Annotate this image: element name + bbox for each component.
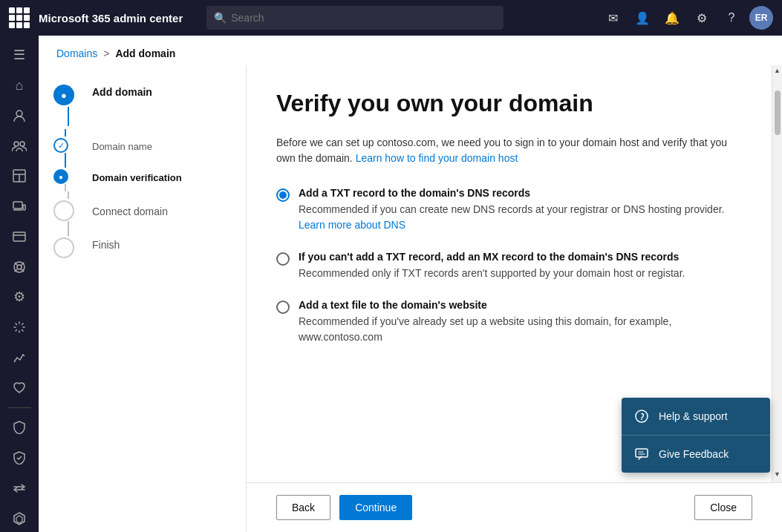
back-button[interactable]: Back: [276, 495, 330, 520]
option-textfile-title: Add a text file to the domain's website: [299, 299, 742, 311]
scroll-thumb[interactable]: [775, 91, 781, 135]
step-circle-domain-verification: ●: [53, 169, 68, 184]
step-label-domain-name: Domain name: [92, 138, 152, 152]
main-layout: ☰ ⌂ ⚙: [0, 36, 782, 532]
radio-text-file[interactable]: [276, 301, 290, 314]
scrollbar[interactable]: ▲ ▼: [772, 65, 782, 482]
sidebar-icon-exchange[interactable]: [4, 474, 34, 502]
contact-icon-btn[interactable]: 👤: [631, 6, 654, 30]
radio-mx-record[interactable]: [276, 252, 290, 266]
sidebar-icon-security[interactable]: [4, 414, 34, 441]
svg-point-0: [16, 111, 22, 116]
footer-buttons: Back Continue Close: [247, 482, 782, 532]
option-txt-title: Add a TXT record to the domain's DNS rec…: [299, 187, 742, 199]
step-circle-connect-domain: [53, 200, 74, 221]
continue-button[interactable]: Continue: [339, 495, 412, 520]
svg-point-20: [641, 419, 642, 421]
sidebar-icon-groups[interactable]: [4, 132, 34, 160]
sidebar-icon-home[interactable]: ⌂: [4, 72, 34, 99]
option-mx-title: If you can't add a TXT record, add an MX…: [299, 251, 685, 263]
help-support-item[interactable]: Help & support: [622, 398, 770, 435]
sidebar-icon-support[interactable]: [4, 253, 34, 280]
learn-dns-link[interactable]: Learn more about DNS: [299, 219, 405, 231]
sidebar-icon-setup[interactable]: [4, 314, 34, 341]
step-label-connect-domain: Connect domain: [92, 203, 168, 217]
sidebar-divider-1: [7, 407, 31, 408]
page-heading: Verify you own your domain: [276, 89, 742, 117]
svg-marker-18: [16, 516, 22, 523]
breadcrumb: Domains > Add domain: [39, 36, 782, 65]
search-icon: 🔍: [214, 12, 227, 24]
sidebar-icon-compliance[interactable]: [4, 444, 34, 472]
app-title: Microsoft 365 admin center: [39, 12, 183, 24]
scroll-up-btn[interactable]: ▲: [772, 65, 783, 76]
gear-icon-btn[interactable]: ⚙: [690, 6, 714, 30]
help-feedback-popup: Help & support Give Feedback: [622, 398, 770, 473]
option-txt-desc: Recommended if you can create new DNS re…: [299, 202, 742, 233]
close-button[interactable]: Close: [694, 495, 752, 520]
sidebar-icon-settings[interactable]: ⚙: [4, 283, 34, 311]
svg-rect-9: [13, 232, 25, 241]
option-textfile-desc: Recommended if you've already set up a w…: [299, 314, 742, 345]
sidebar-icon-health[interactable]: [4, 374, 34, 401]
option-mx-desc: Recommended only if TXT records aren't s…: [299, 266, 685, 281]
help-icon-btn[interactable]: ?: [720, 6, 743, 30]
search-input[interactable]: [231, 12, 496, 24]
email-icon-btn[interactable]: ✉: [601, 6, 625, 30]
scroll-down-btn[interactable]: ▼: [772, 469, 783, 479]
find-domain-host-link[interactable]: Learn how to find your domain host: [356, 152, 518, 164]
sidebar-icon-reports[interactable]: [4, 344, 34, 372]
step-circle-domain-name: ✓: [53, 138, 68, 153]
step-circle-finish: [53, 237, 74, 258]
give-feedback-item[interactable]: Give Feedback: [622, 436, 770, 473]
step-circle-add-domain: ●: [53, 85, 74, 105]
steps-panel: ● Add domain ✓ Domain name: [39, 65, 247, 532]
svg-point-19: [636, 410, 648, 422]
step-label-domain-verification: Domain verification: [92, 169, 182, 183]
svg-rect-7: [23, 205, 25, 210]
sidebar-icon-powerplatform[interactable]: [4, 505, 34, 532]
description-text: Before we can set up contoso.com, we nee…: [276, 135, 742, 166]
breadcrumb-current: Add domain: [115, 47, 175, 59]
sidebar-icon-org[interactable]: [4, 162, 34, 190]
option-txt-record: Add a TXT record to the domain's DNS rec…: [276, 187, 742, 233]
step-add-domain: ● Add domain: [53, 83, 231, 126]
svg-point-2: [20, 142, 25, 146]
sidebar-icon-user[interactable]: [4, 102, 34, 130]
topbar-actions: ✉ 👤 🔔 ⚙ ? ER: [601, 6, 773, 30]
feedback-icon: [633, 446, 650, 462]
option-txt-desc-text: Recommended if you can create new DNS re…: [299, 203, 724, 215]
step-label-add-domain: Add domain: [92, 83, 152, 98]
avatar[interactable]: ER: [749, 6, 773, 30]
radio-txt-record[interactable]: [276, 188, 290, 202]
help-support-icon: [633, 408, 650, 424]
option-mx-record: If you can't add a TXT record, add an MX…: [276, 251, 742, 281]
bell-icon-btn[interactable]: 🔔: [660, 6, 684, 30]
give-feedback-label: Give Feedback: [659, 448, 729, 460]
svg-point-12: [17, 265, 22, 269]
waffle-menu[interactable]: [9, 7, 30, 28]
breadcrumb-separator: >: [103, 47, 109, 59]
sidebar-icon-menu[interactable]: ☰: [4, 42, 34, 69]
option-text-file: Add a text file to the domain's website …: [276, 299, 742, 345]
help-support-label: Help & support: [659, 410, 728, 422]
sidebar-icon-billing[interactable]: [4, 223, 34, 251]
topbar: Microsoft 365 admin center 🔍 ✉ 👤 🔔 ⚙ ? E…: [0, 0, 782, 36]
step-label-finish: Finish: [92, 236, 120, 251]
svg-point-1: [14, 142, 19, 146]
sidebar-icon-devices[interactable]: [4, 193, 34, 220]
sidebar-icons: ☰ ⌂ ⚙: [0, 36, 39, 532]
breadcrumb-domains-link[interactable]: Domains: [56, 47, 97, 59]
search-bar[interactable]: 🔍: [206, 6, 504, 30]
svg-rect-6: [13, 202, 22, 208]
